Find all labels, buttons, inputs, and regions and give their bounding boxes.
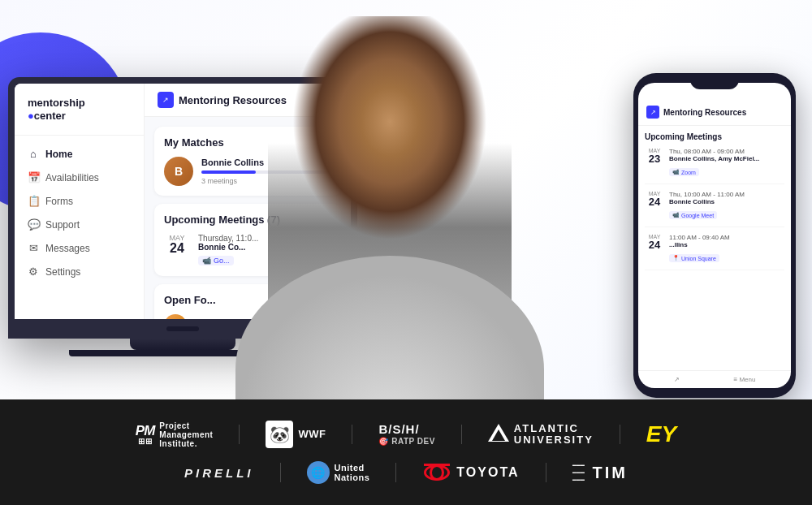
logo-toyota: TOYOTA	[422, 462, 519, 483]
nav-support[interactable]: 💬 Support	[15, 213, 144, 236]
logo-row-1: PM ⊞⊞ Project Management Institute. 🐼 WW…	[0, 414, 812, 455]
phone-time-1: Thu, 08:00 AM - 09:00 AM	[669, 148, 784, 155]
progress-bar-bg	[201, 170, 331, 174]
phone-mockup: ↗ Mentoring Resources Upcoming Meetings …	[633, 73, 796, 398]
divider-6	[395, 463, 396, 482]
gmeet-label: Google Meet	[681, 213, 714, 218]
toyota-text: TOYOTA	[456, 465, 519, 480]
nav-messages[interactable]: ✉ Messages	[15, 236, 144, 260]
logo-dot: ●	[28, 110, 34, 122]
logo-tim: ━━━━━━━━━ TIM	[572, 462, 628, 484]
phone-date-3: May 24	[645, 234, 664, 263]
laptop-frame: mentorship ●center ⌂ Home 📅 Availabiliti…	[8, 77, 357, 339]
meetings-title: Upcoming Meetings (7)	[164, 214, 331, 226]
sidebar: mentorship ●center ⌂ Home 📅 Availabiliti…	[15, 84, 145, 319]
phone-screen: ↗ Mentoring Resources Upcoming Meetings …	[638, 83, 791, 388]
meeting-person: Bonnie Co...	[198, 243, 331, 252]
phone-nav-arrow[interactable]: ↗	[674, 376, 680, 383]
meeting-info: Thursday, 11:0... Bonnie Co... 📹 Go...	[198, 234, 331, 266]
meeting-row: May 24 Thursday, 11:0... Bonnie Co... 📹 …	[164, 234, 331, 266]
laptop-display: mentorship ●center ⌂ Home 📅 Availabiliti…	[15, 84, 351, 319]
date-badge: May 24	[164, 234, 190, 255]
phone-link-1[interactable]: 📹 Zoom	[669, 168, 699, 176]
phone-link-2[interactable]: 📹 Google Meet	[669, 211, 717, 219]
logo-row-2: PIRELLI 🌐 United Nations TOYOTA ━━━	[0, 455, 812, 490]
tim-lines-icon: ━━━━━━━━━	[572, 462, 585, 484]
match-info: Bonnie Collins 3 meetings	[201, 158, 331, 185]
laptop-mockup: mentorship ●center ⌂ Home 📅 Availabiliti…	[8, 77, 357, 356]
nav-support-label: Support	[45, 219, 80, 231]
phone-person-2: Bonnie Collins	[669, 198, 784, 205]
phone-meeting-details-3: 11:00 AM - 09:40 AM ...llins 📍 Union Squ…	[669, 234, 784, 263]
laptop-chin	[15, 319, 351, 339]
wwf-text: WWF	[298, 429, 326, 440]
un-text: United Nations	[335, 463, 370, 482]
divider-2	[352, 425, 352, 444]
calendar-icon: 📅	[28, 171, 39, 183]
match-name: Bonnie Collins	[201, 158, 331, 167]
phone-notch	[690, 73, 739, 89]
divider-4	[620, 425, 620, 444]
nav-messages-label: Messages	[45, 243, 90, 254]
phone-meeting-details-1: Thu, 08:00 AM - 09:00 AM Bonnie Collins,…	[669, 148, 784, 177]
phone-day-1: 23	[645, 153, 664, 164]
nav-availabilities-label: Availabilities	[45, 172, 99, 183]
phone-person-3: ...llins	[669, 241, 784, 248]
laptop-stand	[130, 339, 235, 350]
messages-icon: ✉	[28, 242, 39, 254]
sidebar-logo: mentorship ●center	[15, 97, 144, 136]
location-label: Union Square	[681, 256, 716, 261]
gmeet-icon: 📹	[672, 212, 680, 218]
logo-un: 🌐 United Nations	[307, 461, 370, 484]
phone-content: Upcoming Meetings May 23 Thu, 08:00 AM -…	[638, 126, 791, 370]
zoom-label: Zoom	[681, 170, 696, 175]
logo-text: mentorship ●center	[28, 97, 131, 122]
open-forms-section: Open Fo... A	[154, 284, 341, 319]
meeting-link-text: Go...	[214, 257, 230, 265]
logo-ey: EY	[646, 421, 676, 447]
phone-nav-menu[interactable]: ≡ Menu	[734, 376, 756, 383]
phone-meeting-1: May 23 Thu, 08:00 AM - 09:00 AM Bonnie C…	[645, 148, 784, 184]
meeting-link[interactable]: 📹 Go...	[198, 256, 234, 265]
progress-bar-fill	[201, 170, 256, 174]
nav-forms[interactable]: 📋 Forms	[15, 189, 144, 213]
match-meetings: 3 meetings	[201, 177, 331, 185]
nav-settings-label: Settings	[45, 266, 80, 278]
settings-icon: ⚙	[28, 265, 39, 278]
meetings-section: Upcoming Meetings (7) May 24 Thursday, 1…	[154, 204, 341, 276]
logo-bsh: B/S/H/ 🎯 RATP DEV	[378, 423, 434, 446]
nav-settings[interactable]: ⚙ Settings	[15, 260, 144, 283]
open-forms-title: Open Fo...	[164, 294, 331, 306]
phone-meeting-2: May 24 Thu, 10:00 AM - 11:00 AM Bonnie C…	[645, 191, 784, 227]
matches-title: My Matches	[164, 136, 331, 149]
mentoring-resources-icon: ↗	[158, 92, 174, 108]
divider-7	[546, 463, 546, 482]
pmi-text: Project Management Institute.	[159, 421, 213, 448]
pmi-symbol: PM ⊞⊞	[136, 424, 155, 446]
nav-home-label: Home	[45, 149, 72, 160]
atlantic-text: ATLANTIC UNIVERSITY	[514, 423, 594, 447]
logo-bar: PM ⊞⊞ Project Management Institute. 🐼 WW…	[0, 399, 812, 505]
nav-home[interactable]: ⌂ Home	[15, 142, 144, 166]
phone-link-3[interactable]: 📍 Union Square	[669, 254, 719, 262]
divider-5	[280, 463, 281, 482]
phone-meeting-3: May 24 11:00 AM - 09:40 AM ...llins 📍 Un…	[645, 234, 784, 270]
forms-icon: 📋	[28, 195, 39, 207]
phone-header-icon: ↗	[646, 106, 659, 119]
phone-header-title: Mentoring Resources	[663, 108, 746, 117]
meeting-time: Thursday, 11:0...	[198, 234, 331, 243]
ey-text: EY	[646, 421, 676, 447]
logo-atlantic: ATLANTIC UNIVERSITY	[488, 423, 594, 447]
atlantic-icon	[488, 424, 509, 445]
toyota-icon	[422, 462, 451, 483]
phone-header: ↗ Mentoring Resources	[638, 99, 791, 126]
nav-availabilities[interactable]: 📅 Availabilities	[15, 166, 144, 189]
phone-time-3: 11:00 AM - 09:40 AM	[669, 234, 784, 241]
date-day: 24	[164, 242, 190, 255]
main-header-title: Mentoring Resources	[179, 94, 287, 106]
nav-forms-label: Forms	[45, 196, 73, 207]
tim-text: TIM	[593, 464, 628, 482]
match-row: B Bonnie Collins 3 meetings	[164, 157, 331, 186]
divider-3	[461, 425, 462, 444]
laptop-chin-dot	[166, 326, 199, 331]
